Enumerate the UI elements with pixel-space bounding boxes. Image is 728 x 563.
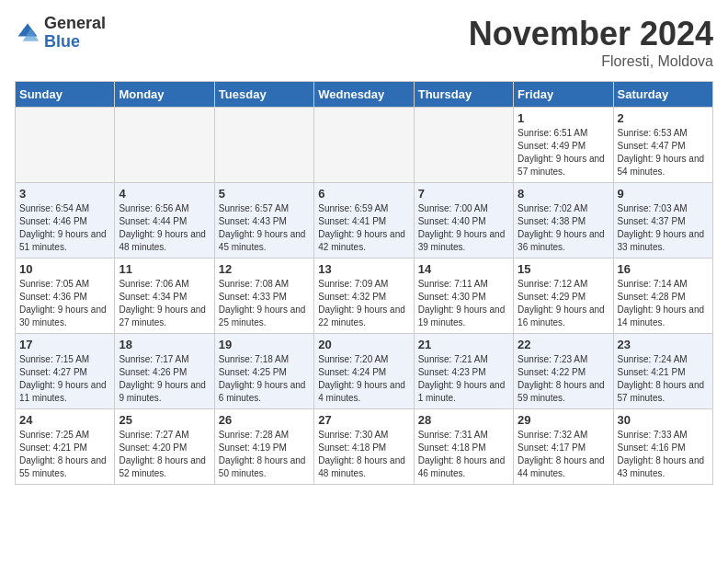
calendar-cell: 15Sunrise: 7:12 AM Sunset: 4:29 PM Dayli… [514,259,613,334]
calendar-cell: 8Sunrise: 7:02 AM Sunset: 4:38 PM Daylig… [514,183,613,259]
day-info: Sunrise: 7:02 AM Sunset: 4:38 PM Dayligh… [518,202,609,254]
calendar-cell: 30Sunrise: 7:33 AM Sunset: 4:16 PM Dayli… [613,409,712,485]
day-number: 26 [219,413,310,427]
day-info: Sunrise: 7:30 AM Sunset: 4:18 PM Dayligh… [318,429,409,480]
calendar-cell: 23Sunrise: 7:24 AM Sunset: 4:21 PM Dayli… [613,334,712,409]
calendar-cell: 4Sunrise: 6:56 AM Sunset: 4:44 PM Daylig… [115,183,214,259]
day-info: Sunrise: 7:31 AM Sunset: 4:18 PM Dayligh… [418,429,509,480]
day-info: Sunrise: 7:24 AM Sunset: 4:21 PM Dayligh… [618,353,709,405]
calendar-cell: 22Sunrise: 7:23 AM Sunset: 4:22 PM Dayli… [514,334,613,409]
day-number: 12 [219,262,310,276]
calendar-cell: 19Sunrise: 7:18 AM Sunset: 4:25 PM Dayli… [214,334,313,409]
calendar-cell: 1Sunrise: 6:51 AM Sunset: 4:49 PM Daylig… [514,108,613,183]
day-number: 10 [19,262,110,276]
calendar-cell: 9Sunrise: 7:03 AM Sunset: 4:37 PM Daylig… [613,183,712,259]
calendar-table: SundayMondayTuesdayWednesdayThursdayFrid… [15,81,713,485]
day-info: Sunrise: 7:25 AM Sunset: 4:21 PM Dayligh… [19,429,110,480]
weekday-header-row: SundayMondayTuesdayWednesdayThursdayFrid… [16,82,713,108]
month-title: November 2024 [469,15,713,53]
day-info: Sunrise: 7:09 AM Sunset: 4:32 PM Dayligh… [318,278,409,329]
day-number: 7 [418,187,509,201]
calendar-cell [16,108,115,183]
calendar-cell: 7Sunrise: 7:00 AM Sunset: 4:40 PM Daylig… [414,183,513,259]
calendar-cell: 18Sunrise: 7:17 AM Sunset: 4:26 PM Dayli… [115,334,214,409]
day-number: 30 [618,413,709,427]
day-number: 3 [19,187,110,201]
calendar-cell [414,108,513,183]
weekday-header-friday: Friday [514,82,613,108]
day-number: 16 [618,262,709,276]
calendar-cell: 21Sunrise: 7:21 AM Sunset: 4:23 PM Dayli… [414,334,513,409]
weekday-header-sunday: Sunday [16,82,115,108]
day-number: 11 [119,262,210,276]
weekday-header-thursday: Thursday [414,82,513,108]
day-info: Sunrise: 7:15 AM Sunset: 4:27 PM Dayligh… [19,353,110,405]
day-number: 1 [518,111,609,125]
day-info: Sunrise: 7:12 AM Sunset: 4:29 PM Dayligh… [518,278,609,329]
calendar-cell: 27Sunrise: 7:30 AM Sunset: 4:18 PM Dayli… [314,409,414,485]
day-info: Sunrise: 7:33 AM Sunset: 4:16 PM Dayligh… [618,429,709,480]
day-number: 28 [418,413,509,427]
week-row-4: 17Sunrise: 7:15 AM Sunset: 4:27 PM Dayli… [16,334,713,409]
day-info: Sunrise: 7:00 AM Sunset: 4:40 PM Dayligh… [418,202,509,254]
week-row-3: 10Sunrise: 7:05 AM Sunset: 4:36 PM Dayli… [16,259,713,334]
day-info: Sunrise: 7:05 AM Sunset: 4:36 PM Dayligh… [19,278,110,329]
weekday-header-monday: Monday [115,82,214,108]
day-number: 14 [418,262,509,276]
day-info: Sunrise: 7:11 AM Sunset: 4:30 PM Dayligh… [418,278,509,329]
calendar-cell: 26Sunrise: 7:28 AM Sunset: 4:19 PM Dayli… [214,409,313,485]
day-info: Sunrise: 7:14 AM Sunset: 4:28 PM Dayligh… [618,278,709,329]
day-info: Sunrise: 6:59 AM Sunset: 4:41 PM Dayligh… [318,202,409,254]
day-number: 25 [119,413,210,427]
day-info: Sunrise: 7:17 AM Sunset: 4:26 PM Dayligh… [119,353,210,405]
day-number: 4 [119,187,210,201]
calendar-cell: 20Sunrise: 7:20 AM Sunset: 4:24 PM Dayli… [314,334,414,409]
calendar-cell: 28Sunrise: 7:31 AM Sunset: 4:18 PM Dayli… [414,409,513,485]
week-row-5: 24Sunrise: 7:25 AM Sunset: 4:21 PM Dayli… [16,409,713,485]
header: General Blue November 2024 Floresti, Mol… [15,15,713,70]
calendar-cell [115,108,214,183]
calendar-cell: 2Sunrise: 6:53 AM Sunset: 4:47 PM Daylig… [613,108,712,183]
day-number: 21 [418,338,509,351]
logo-general-text: General [44,15,106,33]
logo-blue-text: Blue [44,33,106,52]
day-number: 15 [518,262,609,276]
calendar-cell: 11Sunrise: 7:06 AM Sunset: 4:34 PM Dayli… [115,259,214,334]
weekday-header-saturday: Saturday [613,82,712,108]
day-number: 23 [618,338,709,351]
day-number: 5 [219,187,310,201]
day-number: 18 [119,338,210,351]
day-info: Sunrise: 7:28 AM Sunset: 4:19 PM Dayligh… [219,429,310,480]
day-number: 13 [318,262,409,276]
day-number: 17 [19,338,110,351]
day-info: Sunrise: 6:51 AM Sunset: 4:49 PM Dayligh… [518,127,609,178]
calendar-cell: 25Sunrise: 7:27 AM Sunset: 4:20 PM Dayli… [115,409,214,485]
day-info: Sunrise: 6:54 AM Sunset: 4:46 PM Dayligh… [19,202,110,254]
day-number: 27 [318,413,409,427]
day-info: Sunrise: 7:08 AM Sunset: 4:33 PM Dayligh… [219,278,310,329]
calendar-cell [214,108,313,183]
day-number: 8 [518,187,609,201]
day-info: Sunrise: 6:56 AM Sunset: 4:44 PM Dayligh… [119,202,210,254]
calendar-cell: 12Sunrise: 7:08 AM Sunset: 4:33 PM Dayli… [214,259,313,334]
calendar-cell [314,108,414,183]
day-info: Sunrise: 7:23 AM Sunset: 4:22 PM Dayligh… [518,353,609,405]
day-info: Sunrise: 7:06 AM Sunset: 4:34 PM Dayligh… [119,278,210,329]
logo: General Blue [15,15,106,52]
day-info: Sunrise: 7:03 AM Sunset: 4:37 PM Dayligh… [618,202,709,254]
calendar-cell: 10Sunrise: 7:05 AM Sunset: 4:36 PM Dayli… [16,259,115,334]
day-number: 24 [19,413,110,427]
weekday-header-wednesday: Wednesday [314,82,414,108]
week-row-1: 1Sunrise: 6:51 AM Sunset: 4:49 PM Daylig… [16,108,713,183]
day-info: Sunrise: 6:57 AM Sunset: 4:43 PM Dayligh… [219,202,310,254]
calendar-cell: 14Sunrise: 7:11 AM Sunset: 4:30 PM Dayli… [414,259,513,334]
calendar-cell: 16Sunrise: 7:14 AM Sunset: 4:28 PM Dayli… [613,259,712,334]
day-number: 29 [518,413,609,427]
day-info: Sunrise: 7:32 AM Sunset: 4:17 PM Dayligh… [518,429,609,480]
day-info: Sunrise: 7:20 AM Sunset: 4:24 PM Dayligh… [318,353,409,405]
day-number: 20 [318,338,409,351]
calendar-cell: 6Sunrise: 6:59 AM Sunset: 4:41 PM Daylig… [314,183,414,259]
day-number: 6 [318,187,409,201]
location: Floresti, Moldova [469,53,713,70]
logo-icon [15,20,40,46]
